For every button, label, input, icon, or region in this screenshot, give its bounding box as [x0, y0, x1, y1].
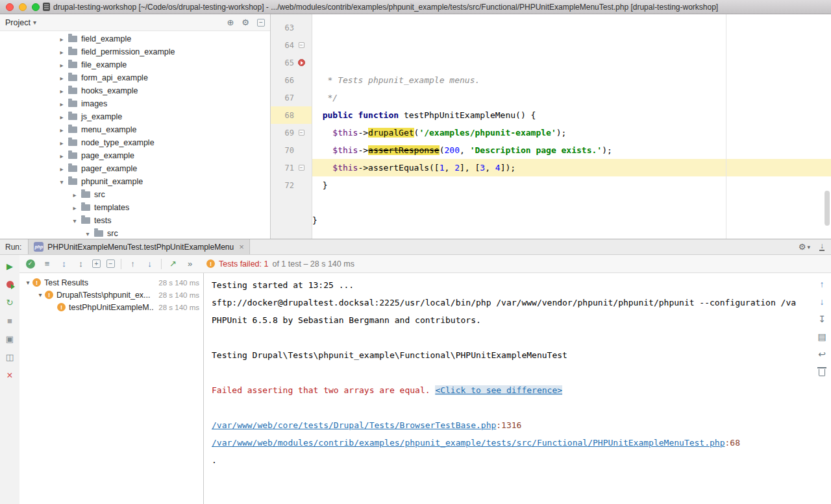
test-tree-item[interactable]: ▾!Test Results28 s 140 ms	[19, 276, 203, 289]
collapse-all-icon[interactable]: −	[257, 19, 265, 27]
chevron-right-icon[interactable]: ▸	[57, 49, 66, 56]
chevron-right-icon[interactable]: ▸	[57, 75, 66, 82]
project-header-title[interactable]: Project ▾	[5, 18, 36, 27]
code-line-71[interactable]: }	[312, 211, 831, 229]
chevron-right-icon[interactable]: ▸	[57, 126, 66, 134]
console-link[interactable]: <Click to see difference>	[435, 385, 562, 395]
chevron-right-icon[interactable]: ▸	[57, 139, 66, 147]
tree-item-field_permission_example[interactable]: ▸field_permission_example	[0, 45, 270, 58]
sort-by-duration-icon[interactable]: ↕	[75, 258, 86, 269]
console-output[interactable]: Testing started at 13:25 ...sftp://docke…	[204, 273, 813, 504]
folder-icon	[94, 230, 103, 237]
code-line-66[interactable]: $this->drupalGet('/examples/phpunit-exam…	[312, 124, 831, 141]
folder-icon	[81, 217, 90, 224]
rerun-failed-tests-icon[interactable]	[4, 279, 16, 290]
chevron-down-icon[interactable]: ▾	[23, 279, 32, 286]
editor-code[interactable]: * Tests phpunit_example menus. */ public…	[312, 14, 831, 239]
tree-item-phpunit_example[interactable]: ▾phpunit_example	[0, 175, 270, 188]
tree-item-file_example[interactable]: ▸file_example	[0, 58, 270, 71]
chevron-right-icon[interactable]: ▸	[70, 191, 79, 198]
restore-layout-icon[interactable]: ▣	[4, 333, 16, 344]
tree-item-src[interactable]: ▾src	[0, 227, 270, 239]
chevron-down-icon[interactable]: ▾	[83, 230, 92, 237]
tree-item-pager_example[interactable]: ▸pager_example	[0, 162, 270, 175]
expand-all-icon[interactable]: +	[92, 259, 101, 268]
chevron-down-icon[interactable]: ▾	[57, 178, 66, 186]
tree-item-label: page_example	[81, 151, 134, 160]
code-line-67[interactable]: $this->assertResponse(200, 'Description …	[312, 141, 831, 159]
down-stack-trace-icon[interactable]: ↓	[820, 297, 825, 306]
fold-marker-icon[interactable]: −	[299, 42, 304, 48]
code-line-65[interactable]: public function testPhpUnitExampleMenu()…	[312, 106, 831, 124]
editor[interactable]: 6364−6566676869−7071−72 * Tests phpunit_…	[271, 14, 831, 239]
import-test-results-icon[interactable]: ↗	[167, 258, 179, 269]
hide-tool-window-icon[interactable]: ↓	[819, 243, 825, 251]
folder-icon	[68, 75, 77, 81]
show-passed-icon[interactable]: ✓	[25, 258, 36, 269]
up-stack-trace-icon[interactable]: ↑	[820, 280, 825, 289]
collapse-all-icon[interactable]: −	[106, 259, 115, 268]
console-link[interactable]: /var/www/web/core/tests/Drupal/Tests/Bro…	[212, 420, 496, 430]
fold-marker-icon[interactable]: −	[299, 130, 304, 136]
rerun-test-icon[interactable]: ▶	[4, 261, 16, 272]
chevron-right-icon[interactable]: ▸	[70, 204, 79, 211]
tree-item-page_example[interactable]: ▸page_example	[0, 149, 270, 162]
close-window-button[interactable]	[6, 3, 14, 11]
tree-item-templates[interactable]: ▸templates	[0, 201, 270, 214]
tree-item-field_example[interactable]: ▸field_example	[0, 32, 270, 45]
locate-file-icon[interactable]: ⊕	[227, 18, 234, 27]
run-tab[interactable]: php PHPUnitExampleMenuTest.testPhpUnitEx…	[28, 239, 249, 254]
folder-icon	[68, 88, 77, 94]
test-failed-icon: !	[57, 303, 66, 311]
sort-alphabetically-icon[interactable]: ↕	[58, 258, 69, 269]
run-settings-gear-icon[interactable]: ⚙ ▾	[799, 242, 810, 252]
code-line-70[interactable]	[312, 194, 831, 211]
chevron-right-icon[interactable]: ▸	[57, 62, 66, 69]
console-line: sftp://docker@drupaltest.docksal:2225/us…	[212, 294, 813, 311]
tree-item-hooks_example[interactable]: ▸hooks_example	[0, 84, 270, 97]
test-tree-item[interactable]: !testPhpUnitExampleM...28 s 140 ms	[19, 301, 203, 313]
code-line-68[interactable]: $this->assertEquals([1, 2], [3, 4]);	[312, 159, 831, 176]
chevron-right-icon[interactable]: ▸	[57, 36, 66, 43]
next-occurrence-icon[interactable]: ↓	[144, 258, 155, 269]
editor-scrollbar[interactable]	[825, 191, 830, 226]
chevron-right-icon[interactable]: ▸	[57, 114, 66, 121]
scroll-to-end-icon[interactable]: ↧	[818, 315, 826, 324]
tree-item-tests[interactable]: ▾tests	[0, 214, 270, 227]
print-icon[interactable]: ▤	[817, 332, 826, 341]
close-icon[interactable]: ×	[4, 370, 16, 381]
close-tab-icon[interactable]: ×	[239, 243, 244, 251]
test-tree-item[interactable]: ▾!Drupal\Tests\phpunit_ex...28 s 140 ms	[19, 289, 203, 301]
chevron-right-icon[interactable]: ▸	[57, 101, 66, 108]
code-line-63[interactable]: * Tests phpunit_example menus.	[312, 71, 831, 89]
failed-test-gutter-icon[interactable]	[298, 59, 305, 66]
chevron-right-icon[interactable]: ▸	[57, 88, 66, 95]
fold-marker-icon[interactable]: −	[299, 165, 304, 171]
tree-item-js_example[interactable]: ▸js_example	[0, 110, 270, 123]
previous-occurrence-icon[interactable]: ↑	[127, 258, 138, 269]
stop-icon[interactable]: ■	[4, 315, 16, 326]
code-line-72[interactable]	[312, 229, 831, 239]
chevron-right-icon[interactable]: ▸	[57, 152, 66, 160]
zoom-window-button[interactable]	[32, 3, 40, 11]
soft-wrap-icon[interactable]: ↩	[818, 350, 826, 359]
tree-item-images[interactable]: ▸images	[0, 97, 270, 110]
chevron-right-icon[interactable]: ▸	[57, 165, 66, 173]
code-line-69[interactable]: }	[312, 176, 831, 194]
chevron-down-icon[interactable]: ▾	[36, 291, 45, 298]
minimize-window-button[interactable]	[19, 3, 27, 11]
gutter-line-65: 65	[271, 54, 312, 71]
more-options-icon[interactable]: »	[184, 258, 195, 269]
tree-item-form_api_example[interactable]: ▸form_api_example	[0, 71, 270, 84]
console-link[interactable]: /var/www/web/modules/contrib/examples/ph…	[212, 438, 725, 448]
tree-item-src[interactable]: ▸src	[0, 188, 270, 201]
code-line-64[interactable]: */	[312, 89, 831, 106]
show-ignored-icon[interactable]: ≡	[42, 258, 53, 269]
tree-item-menu_example[interactable]: ▸menu_example	[0, 123, 270, 136]
clear-console-icon[interactable]	[819, 367, 825, 376]
settings-gear-icon[interactable]: ⚙	[242, 18, 249, 27]
toggle-auto-test-icon[interactable]: ↻	[4, 297, 16, 308]
tree-item-node_type_example[interactable]: ▸node_type_example	[0, 136, 270, 149]
pin-tab-icon[interactable]: ◫	[4, 352, 16, 363]
chevron-down-icon[interactable]: ▾	[70, 217, 79, 224]
